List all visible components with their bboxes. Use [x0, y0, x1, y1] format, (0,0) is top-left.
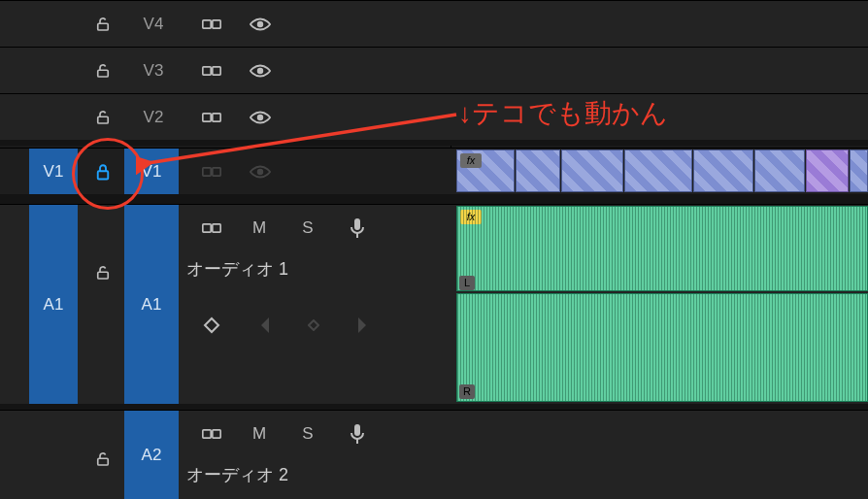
svg-rect-2 [213, 19, 220, 27]
channel-label-r: R [459, 384, 475, 399]
chevron-left-icon [254, 315, 276, 336]
video-clip-v1-2[interactable] [561, 150, 623, 192]
video-clip-v1-5[interactable] [754, 150, 805, 192]
track-row-a2: A2 M S オーディオ 2 [0, 410, 868, 499]
video-clip-v1-1[interactable] [516, 150, 560, 192]
audio-clip-a1-right[interactable] [456, 293, 868, 402]
diamond-small-icon [303, 315, 324, 336]
fx-badge: fx [460, 153, 482, 168]
keyframe-mode-a1[interactable] [192, 310, 231, 341]
svg-rect-6 [213, 66, 220, 74]
sync-lock-a2[interactable] [192, 418, 231, 449]
sync-lock-icon [201, 423, 222, 445]
svg-rect-9 [203, 113, 211, 120]
sync-lock-icon [201, 60, 222, 82]
prev-keyframe-a1[interactable] [250, 310, 280, 341]
lock-icon [92, 161, 114, 183]
unlock-icon [92, 449, 114, 470]
sync-lock-v3[interactable] [192, 48, 231, 93]
lock-toggle-v3[interactable] [83, 48, 122, 93]
video-clip-v1-7[interactable] [850, 150, 868, 192]
svg-rect-19 [354, 218, 360, 230]
diamond-icon [201, 315, 222, 336]
track-visibility-v2[interactable] [241, 94, 280, 140]
track-label-v4[interactable]: V4 [124, 1, 183, 47]
next-keyframe-a1[interactable] [348, 310, 377, 341]
audio-clip-a1-left[interactable]: fx [456, 206, 868, 291]
lock-toggle-v1[interactable] [83, 149, 122, 194]
video-audio-separator[interactable] [0, 194, 868, 204]
sync-lock-icon [201, 107, 222, 128]
mute-a2[interactable]: M [241, 418, 280, 449]
svg-rect-5 [203, 66, 211, 74]
svg-rect-12 [98, 171, 109, 179]
svg-rect-13 [203, 167, 211, 175]
eye-icon [250, 14, 271, 35]
track-row-v4: V4 [0, 0, 868, 47]
mute-a1[interactable]: M [241, 213, 280, 244]
sync-lock-v1[interactable] [192, 149, 231, 194]
track-visibility-v1[interactable] [241, 149, 280, 194]
track-label-a1: オーディオ 1 [186, 255, 288, 283]
add-keyframe-a1[interactable] [299, 310, 328, 341]
lock-toggle-v2[interactable] [83, 94, 122, 140]
sync-lock-a1[interactable] [192, 213, 231, 244]
track-target-a2[interactable]: A2 [124, 411, 179, 499]
channel-label-l: L [459, 276, 475, 290]
track-target-v1[interactable]: V1 [124, 149, 179, 194]
svg-rect-18 [213, 224, 220, 232]
track-label-a2: オーディオ 2 [186, 461, 288, 488]
track-row-v3: V3 [0, 47, 868, 93]
voiceover-a1[interactable] [338, 213, 377, 244]
track-target-a1[interactable]: A1 [124, 205, 179, 404]
svg-rect-0 [98, 23, 109, 30]
lock-toggle-a1[interactable] [83, 253, 122, 292]
svg-rect-1 [203, 19, 211, 27]
unlock-icon [92, 107, 114, 128]
svg-rect-16 [98, 272, 109, 279]
svg-rect-22 [203, 430, 211, 438]
track-visibility-v3[interactable] [241, 48, 280, 93]
eye-icon [250, 107, 271, 128]
track-label-v2[interactable]: V2 [124, 94, 183, 140]
track-visibility-v4[interactable] [241, 1, 280, 47]
svg-point-15 [258, 169, 263, 174]
svg-rect-24 [354, 424, 360, 436]
unlock-icon [92, 60, 114, 82]
track-row-v2: V2 [0, 93, 868, 140]
eye-icon [250, 161, 271, 183]
video-clip-v1-6[interactable] [806, 150, 849, 192]
video-group-separator [0, 140, 868, 146]
video-clip-v1-0[interactable]: fx [456, 150, 515, 192]
svg-rect-4 [98, 70, 109, 77]
svg-rect-23 [213, 430, 220, 438]
svg-rect-21 [98, 458, 109, 465]
unlock-icon [92, 14, 114, 35]
svg-point-11 [258, 115, 263, 119]
fx-badge: fx [460, 210, 482, 224]
lock-toggle-a2[interactable] [83, 440, 122, 479]
voiceover-a2[interactable] [338, 418, 377, 449]
source-patch-v1[interactable]: V1 [29, 149, 78, 194]
source-patch-a1[interactable]: A1 [29, 205, 78, 404]
sync-lock-v2[interactable] [192, 94, 231, 140]
unlock-icon [92, 262, 114, 283]
video-clip-v1-3[interactable] [624, 150, 692, 192]
svg-rect-17 [203, 224, 211, 232]
annotation-text: ↓テコでも動かん [458, 95, 668, 132]
sync-lock-icon [201, 14, 222, 35]
svg-point-3 [258, 21, 263, 26]
video-clip-v1-4[interactable] [693, 150, 753, 192]
microphone-icon [347, 217, 368, 239]
chevron-right-icon [351, 315, 373, 336]
lock-toggle-v4[interactable] [83, 1, 122, 47]
solo-a2[interactable]: S [289, 418, 328, 449]
solo-a1[interactable]: S [289, 213, 328, 244]
svg-rect-8 [98, 116, 109, 123]
svg-rect-10 [213, 113, 220, 120]
track-label-v3[interactable]: V3 [124, 48, 183, 93]
svg-rect-14 [213, 167, 220, 175]
microphone-icon [347, 423, 368, 445]
sync-lock-icon [201, 161, 222, 183]
sync-lock-v4[interactable] [192, 1, 231, 47]
